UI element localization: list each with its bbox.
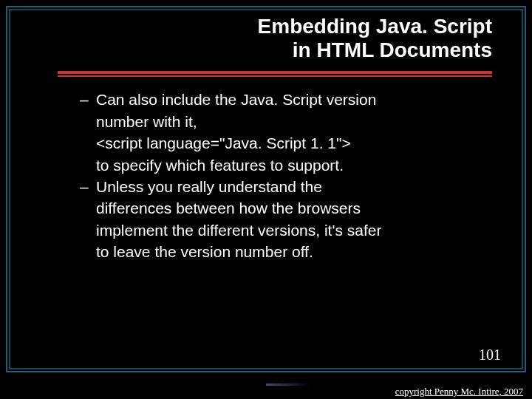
bullet-item: – Can also include the Java. Script vers… [80, 89, 467, 176]
bullet-line: number with it, [96, 111, 467, 132]
body-area: – Can also include the Java. Script vers… [13, 74, 519, 262]
bullet-line: implement the different versions, it's s… [96, 219, 467, 241]
bullet-line: differences between how the browsers [96, 197, 467, 219]
bullet-line: to leave the version number off. [96, 241, 467, 262]
dash-icon: – [80, 176, 89, 197]
bullet-line: to specify which features to support. [96, 154, 467, 176]
bullet-item: – Unless you really understand the diffe… [80, 176, 467, 263]
dash-icon: – [80, 89, 89, 110]
bullet-line: <script language="Java. Script 1. 1"> [96, 132, 467, 154]
copyright-text: copyright Penny Mc. Intire, 2007 [395, 386, 523, 398]
title-line-1: Embedding Java. Script [258, 15, 492, 38]
bullet-line: Can also include the Java. Script versio… [96, 89, 467, 110]
title-underline [58, 71, 492, 74]
bottom-divider [266, 383, 310, 386]
title-line-2: in HTML Documents [293, 38, 492, 61]
page-number: 101 [479, 347, 501, 364]
title-area: Embedding Java. Script in HTML Documents [13, 13, 519, 66]
slide-title: Embedding Java. Script in HTML Documents [58, 15, 492, 62]
bullet-line: Unless you really understand the [96, 176, 467, 197]
slide-content: Embedding Java. Script in HTML Documents… [13, 13, 519, 366]
